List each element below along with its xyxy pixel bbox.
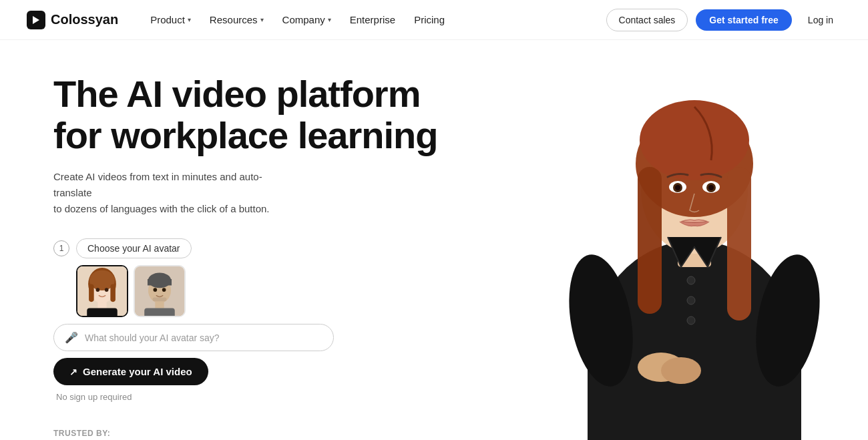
svg-point-39 xyxy=(675,185,680,190)
generate-icon: ↗ xyxy=(69,367,77,377)
nav-pricing[interactable]: Pricing xyxy=(406,10,453,29)
input-placeholder-text: What should your AI avatar say? xyxy=(85,333,220,343)
chevron-down-icon: ▾ xyxy=(188,16,191,23)
svg-rect-19 xyxy=(144,308,175,317)
hero-title: The AI video platform for workplace lear… xyxy=(53,73,507,156)
svg-rect-10 xyxy=(87,308,118,317)
mic-icon: 🎤 xyxy=(65,331,78,344)
logo-text: Colossyan xyxy=(51,12,118,27)
demo-widget: 1 Choose your AI avatar xyxy=(53,238,334,402)
avatar-text-input[interactable]: 🎤 What should your AI avatar say? xyxy=(53,324,334,351)
svg-rect-18 xyxy=(153,298,167,302)
svg-point-34 xyxy=(640,100,749,180)
svg-rect-15 xyxy=(148,279,172,285)
logo-icon xyxy=(27,11,45,29)
svg-marker-0 xyxy=(33,16,39,24)
nav-product[interactable]: Product ▾ xyxy=(142,10,199,29)
avatar-female[interactable] xyxy=(76,265,128,317)
choose-avatar-label[interactable]: Choose your AI avatar xyxy=(76,238,192,258)
svg-point-41 xyxy=(687,276,695,284)
generate-button[interactable]: ↗ Generate your AI video xyxy=(53,358,208,385)
login-button[interactable]: Log in xyxy=(800,9,841,31)
hero-subtitle: Create AI videos from text in minutes an… xyxy=(53,169,294,217)
svg-point-40 xyxy=(708,185,714,190)
trusted-label: TRUSTED BY: xyxy=(53,429,507,438)
svg-point-17 xyxy=(162,288,166,292)
logo[interactable]: Colossyan xyxy=(27,11,118,29)
nav-resources[interactable]: Resources ▾ xyxy=(202,10,272,29)
no-signup-text: No sign up required xyxy=(53,392,334,402)
nav-links: Product ▾ Resources ▾ Company ▾ Enterpri… xyxy=(142,10,606,29)
hero-person-image xyxy=(521,40,868,440)
svg-rect-7 xyxy=(110,284,116,302)
svg-point-9 xyxy=(105,288,109,292)
contact-sales-button[interactable]: Contact sales xyxy=(606,9,688,31)
svg-point-16 xyxy=(154,288,158,292)
main-content: The AI video platform for workplace lear… xyxy=(0,40,868,440)
svg-rect-33 xyxy=(727,167,751,320)
svg-rect-6 xyxy=(89,284,94,302)
chevron-down-icon: ▾ xyxy=(328,16,331,23)
nav-company[interactable]: Company ▾ xyxy=(274,10,339,29)
person-svg xyxy=(534,40,855,440)
navbar: Colossyan Product ▾ Resources ▾ Company … xyxy=(0,0,868,40)
svg-rect-32 xyxy=(638,167,662,314)
svg-point-8 xyxy=(96,288,100,292)
get-started-button[interactable]: Get started free xyxy=(696,9,791,31)
svg-point-43 xyxy=(687,316,695,324)
avatars-row xyxy=(53,265,334,317)
step-number: 1 xyxy=(53,240,69,256)
svg-point-42 xyxy=(687,296,695,304)
chevron-down-icon: ▾ xyxy=(260,16,264,23)
trusted-section: TRUSTED BY: P&G PORSCHE ■·BASF |BDO JOHN… xyxy=(53,429,507,440)
svg-point-28 xyxy=(661,357,701,384)
nav-enterprise[interactable]: Enterprise xyxy=(342,10,403,29)
hero-section: The AI video platform for workplace lear… xyxy=(0,40,534,440)
step-1-row: 1 Choose your AI avatar xyxy=(53,238,334,258)
avatar-male[interactable] xyxy=(134,265,186,317)
nav-actions: Contact sales Get started free Log in xyxy=(606,9,841,31)
